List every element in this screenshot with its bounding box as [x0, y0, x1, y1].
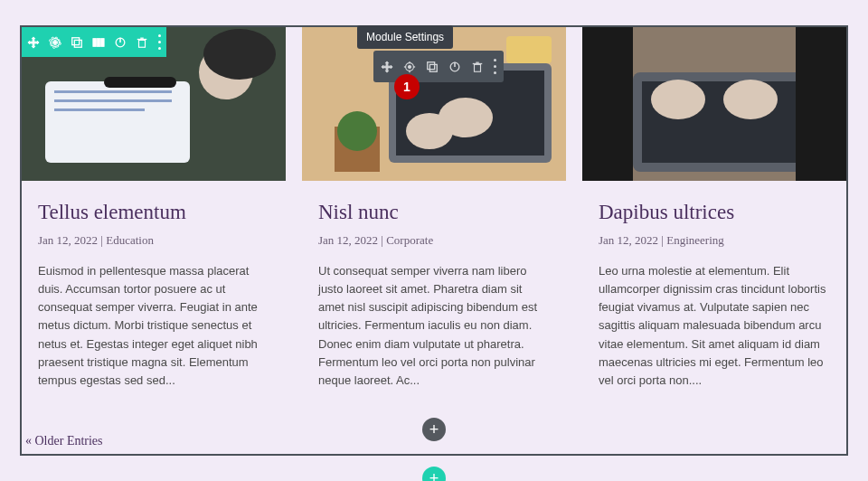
- add-row-button[interactable]: +: [422, 467, 446, 481]
- svg-rect-3: [54, 99, 172, 102]
- post-excerpt: Euismod in pellentesque massa placerat d…: [38, 262, 269, 390]
- post-excerpt: Ut consequat semper viverra nam libero j…: [318, 262, 550, 390]
- post-title[interactable]: Nisl nunc: [318, 201, 550, 224]
- post-title[interactable]: Tellus elementum: [38, 201, 269, 224]
- module-toolbar: [373, 51, 504, 82]
- post-content: Nisl nunc Jan 12, 2022 | Corporate Ut co…: [302, 181, 566, 397]
- more-icon[interactable]: [494, 57, 496, 76]
- svg-rect-2: [54, 90, 172, 93]
- svg-point-19: [651, 80, 705, 119]
- post-excerpt: Leo urna molestie at elementum. Elit ull…: [599, 262, 830, 390]
- add-module-button[interactable]: +: [422, 418, 446, 441]
- post-title[interactable]: Dapibus ultrices: [599, 201, 830, 224]
- power-icon[interactable]: [114, 36, 127, 49]
- svg-rect-27: [93, 38, 97, 46]
- svg-point-20: [723, 80, 778, 119]
- row-toolbar: [22, 27, 166, 57]
- post-meta: Jan 12, 2022 | Corporate: [318, 233, 550, 248]
- post-card: Nisl nunc Jan 12, 2022 | Corporate Ut co…: [302, 27, 566, 454]
- svg-point-7: [203, 29, 276, 80]
- post-content: Dapibus ultrices Jan 12, 2022 | Engineer…: [582, 181, 846, 397]
- svg-rect-41: [428, 61, 435, 69]
- svg-rect-45: [475, 64, 481, 71]
- svg-point-12: [337, 111, 377, 151]
- svg-point-36: [408, 65, 411, 69]
- columns-icon[interactable]: [92, 36, 105, 49]
- svg-rect-1: [45, 81, 190, 163]
- svg-rect-29: [101, 38, 105, 46]
- more-icon[interactable]: [157, 33, 161, 52]
- move-icon[interactable]: [27, 36, 40, 49]
- post-meta: Jan 12, 2022 | Education: [38, 233, 269, 248]
- svg-rect-22: [796, 27, 846, 181]
- svg-rect-4: [54, 108, 145, 111]
- gear-icon[interactable]: [403, 61, 416, 73]
- post-card: Dapibus ultrices Jan 12, 2022 | Engineer…: [582, 27, 846, 454]
- svg-rect-32: [139, 40, 146, 47]
- svg-point-15: [406, 113, 453, 149]
- callout-badge: 1: [394, 74, 420, 99]
- post-card: Tellus elementum Jan 12, 2022 | Educatio…: [22, 27, 286, 454]
- duplicate-icon[interactable]: [426, 61, 439, 73]
- page-canvas: Tellus elementum Jan 12, 2022 | Educatio…: [20, 25, 848, 456]
- tooltip: Module Settings: [357, 25, 453, 49]
- svg-point-24: [53, 41, 57, 44]
- power-icon[interactable]: [448, 61, 461, 73]
- svg-rect-25: [72, 37, 80, 44]
- svg-rect-26: [74, 40, 81, 47]
- trash-icon[interactable]: [136, 36, 148, 49]
- duplicate-icon[interactable]: [71, 36, 83, 49]
- svg-rect-21: [582, 27, 633, 181]
- trash-icon[interactable]: [471, 61, 484, 73]
- move-icon[interactable]: [381, 61, 393, 73]
- svg-rect-5: [104, 77, 176, 88]
- post-meta: Jan 12, 2022 | Engineering: [599, 233, 830, 248]
- cards-row: Tellus elementum Jan 12, 2022 | Educatio…: [22, 27, 846, 454]
- svg-rect-42: [429, 64, 437, 71]
- older-entries-link[interactable]: « Older Entries: [25, 434, 103, 448]
- svg-rect-13: [506, 36, 552, 63]
- gear-icon[interactable]: [49, 36, 61, 49]
- post-thumbnail[interactable]: [582, 27, 846, 181]
- post-content: Tellus elementum Jan 12, 2022 | Educatio…: [22, 181, 286, 397]
- svg-rect-28: [97, 38, 100, 46]
